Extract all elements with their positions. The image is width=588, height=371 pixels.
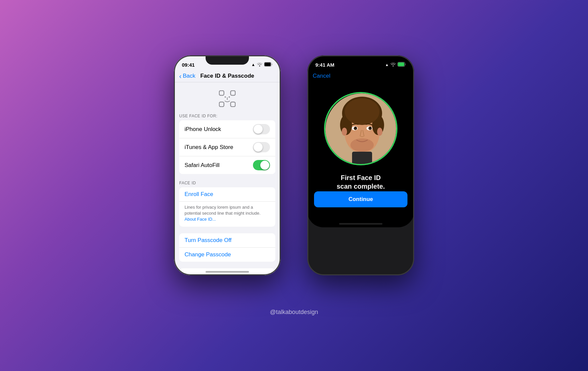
- safari-toggle[interactable]: [253, 160, 270, 170]
- battery-icon: [264, 62, 273, 68]
- scan-complete-line1: First Face ID: [341, 174, 381, 181]
- toggle-thumb: [260, 161, 269, 170]
- safari-autofill-label: Safari AutoFill: [185, 162, 220, 169]
- change-passcode-label: Change Passcode: [185, 251, 231, 258]
- cancel-nav: Cancel: [307, 70, 414, 82]
- svg-rect-5: [231, 102, 235, 107]
- use-face-id-group: iPhone Unlock iTunes & App Store: [179, 120, 275, 174]
- svg-rect-1: [265, 62, 271, 66]
- back-button[interactable]: ‹ Back: [179, 72, 195, 80]
- chevron-icon: ›: [268, 272, 270, 273]
- home-indicator: [206, 271, 249, 273]
- phones-row: 09:41 ▲: [174, 55, 414, 275]
- svg-rect-10: [398, 62, 404, 66]
- turn-passcode-off-row[interactable]: Turn Passcode Off: [179, 233, 275, 248]
- navigation-bar: ‹ Back Face ID & Passcode: [174, 70, 281, 82]
- iphone-unlock-row[interactable]: iPhone Unlock: [179, 120, 275, 138]
- main-container: 09:41 ▲: [174, 55, 414, 316]
- svg-rect-3: [231, 91, 235, 95]
- watermark: @talkaboutdesign: [270, 309, 318, 316]
- face-id-desc-text: Lines for privacy lorem ipsum and a pote…: [185, 205, 261, 216]
- settings-screen: 09:41 ▲: [174, 55, 281, 275]
- page-title: Face ID & Passcode: [200, 73, 254, 79]
- signal-icon: ▲: [385, 63, 389, 67]
- signal-icon: ▲: [251, 62, 255, 67]
- toggle-thumb: [254, 125, 263, 134]
- use-face-id-section: USE FACE ID FOR: iPhone Unlock iTunes & …: [174, 114, 281, 174]
- safari-autofill-row[interactable]: Safari AutoFill: [179, 156, 275, 174]
- status-time: 09:41: [182, 62, 195, 68]
- back-arrow-icon: ‹: [179, 72, 182, 80]
- scan-screen: 9:41 AM ▲: [307, 55, 414, 227]
- svg-point-6: [225, 96, 226, 98]
- notch: [339, 55, 382, 65]
- status-icons: ▲: [251, 62, 273, 68]
- cancel-button[interactable]: Cancel: [313, 73, 330, 79]
- back-label: Back: [183, 73, 196, 79]
- turn-passcode-off-label: Turn Passcode Off: [185, 237, 232, 244]
- face-id-description: Lines for privacy lorem ipsum and a pote…: [179, 202, 275, 227]
- svg-point-23: [370, 127, 371, 128]
- about-face-id-link[interactable]: About Face ID...: [185, 217, 216, 222]
- passcode-group: Turn Passcode Off Change Passcode: [179, 233, 275, 262]
- continue-button[interactable]: Continue: [314, 191, 407, 207]
- status-icons: ▲: [385, 62, 406, 68]
- settings-content: USE FACE ID FOR: iPhone Unlock iTunes & …: [174, 82, 281, 273]
- enroll-face-row[interactable]: Enroll Face: [179, 187, 275, 202]
- face-id-group: Enroll Face Lines for privacy lorem ipsu…: [179, 187, 275, 227]
- use-face-id-header: USE FACE ID FOR:: [174, 114, 281, 120]
- notch: [206, 55, 249, 65]
- home-indicator: [339, 223, 382, 225]
- iphone-unlock-toggle[interactable]: [253, 124, 270, 134]
- face-id-icon: [219, 90, 236, 107]
- face-scan-circle: [324, 92, 397, 165]
- enroll-face-label: Enroll Face: [185, 191, 213, 198]
- svg-rect-26: [352, 152, 372, 165]
- svg-rect-2: [219, 91, 224, 95]
- iphone-scan: 9:41 AM ▲: [307, 55, 414, 275]
- wifi-icon: [257, 62, 262, 67]
- svg-point-17: [345, 98, 379, 125]
- wifi-icon: [390, 62, 396, 67]
- change-passcode-row[interactable]: Change Passcode: [179, 248, 275, 262]
- itunes-toggle[interactable]: [253, 142, 270, 152]
- face-id-header: FACE ID: [174, 181, 281, 187]
- battery-icon: [397, 62, 406, 68]
- toggle-thumb: [254, 143, 263, 152]
- itunes-appstore-row[interactable]: iTunes & App Store: [179, 138, 275, 156]
- svg-rect-4: [219, 102, 224, 107]
- face-id-section: FACE ID Enroll Face Lines for privacy lo…: [174, 181, 281, 227]
- status-time: 9:41 AM: [315, 62, 334, 68]
- scan-complete-line2: scan complete.: [337, 183, 385, 190]
- svg-point-27: [350, 138, 374, 152]
- iphone-settings: 09:41 ▲: [174, 55, 281, 275]
- face-id-icon-section: [174, 82, 281, 114]
- itunes-appstore-label: iTunes & App Store: [185, 144, 233, 151]
- svg-point-22: [355, 127, 356, 128]
- face-image: [325, 93, 397, 165]
- svg-point-7: [229, 96, 230, 98]
- svg-point-25: [377, 128, 382, 136]
- iphone-unlock-label: iPhone Unlock: [185, 126, 221, 133]
- svg-point-24: [342, 128, 347, 136]
- scan-complete-text: First Face ID scan complete.: [337, 173, 385, 191]
